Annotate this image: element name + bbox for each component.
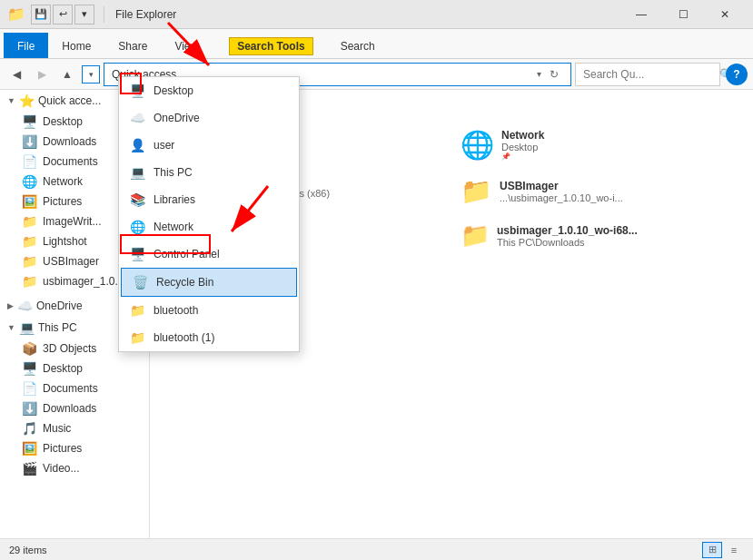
help-button[interactable]: ? [726, 64, 748, 85]
dropdown-item-onedrive[interactable]: ☁️ OneDrive [119, 104, 299, 132]
dropdown-item-user[interactable]: 👤 user [119, 132, 299, 159]
sidebar-item-pictures-pc[interactable]: 🖼️ Pictures [0, 438, 149, 458]
music-icon: 🎵 [22, 421, 37, 436]
pinned-usbimager-file-name: usbimager_1.0.10_wo-i68... [497, 224, 638, 237]
dropdown-item-recycle[interactable]: 🗑️ Recycle Bin [121, 268, 297, 297]
dropdown-controlpanel-label: Control Panel [154, 248, 220, 260]
dropdown-recycle-icon: 🗑️ [131, 273, 149, 291]
pictures-icon: 🖼️ [22, 194, 37, 209]
tab-file[interactable]: File [4, 33, 48, 58]
search-input[interactable] [583, 68, 719, 81]
sidebar-item-downloads-pc[interactable]: ⬇️ Downloads [0, 398, 149, 418]
dropdown-item-network[interactable]: 🌐 Network [119, 213, 299, 241]
chevron-icon: ▼ [7, 96, 15, 105]
thispc-icon: 💻 [19, 320, 35, 335]
dropdown-libraries-icon: 📚 [128, 191, 146, 209]
list-view-button[interactable]: ≡ [724, 542, 744, 558]
dropdown-bluetooth1-label: bluetooth (1) [154, 331, 214, 344]
dropdown-onedrive-label: OneDrive [154, 112, 200, 124]
view-toggle-buttons: ⊞ ≡ [702, 542, 744, 558]
tab-share[interactable]: Share [104, 33, 161, 58]
pinned-usbimager-name: USBImager [500, 180, 623, 192]
sidebar-label-downloads: Downloads [43, 135, 96, 148]
sidebar-label-downloads-pc: Downloads [43, 402, 96, 415]
pinned-network-name: Network [501, 129, 544, 142]
sidebar-label-pictures-pc: Pictures [43, 442, 82, 455]
address-dropdown-menu: 🖥️ Desktop ☁️ OneDrive 👤 user 💻 This PC … [118, 76, 300, 352]
desktop-pc-icon: 🖥️ [22, 361, 37, 376]
sidebar-label-videos: Video... [43, 462, 79, 475]
save-button[interactable]: 💾 [31, 5, 51, 25]
tab-view[interactable]: View [161, 33, 212, 58]
undo-button[interactable]: ↩ [53, 5, 73, 25]
pinned-network-icon: 🌐 [461, 129, 494, 161]
dropdown-bluetooth1-icon: 📁 [128, 329, 146, 347]
customize-toolbar-button[interactable]: ▾ [74, 5, 94, 25]
address-dropdown-trigger[interactable]: ▾ [82, 65, 100, 84]
item-count: 29 items [9, 545, 47, 555]
onedrive-label: OneDrive [36, 300, 83, 312]
address-expand-icon[interactable]: ▾ [537, 69, 541, 79]
maximize-button[interactable]: ☐ [662, 0, 704, 29]
dropdown-item-desktop[interactable]: 🖥️ Desktop [119, 77, 299, 104]
sidebar-label-lightshot: Lightshot [43, 235, 87, 248]
sidebar-label-desktop-pc: Desktop [43, 362, 83, 375]
dropdown-desktop-label: Desktop [154, 84, 193, 97]
pinned-usbimager-file-info: usbimager_1.0.10_wo-i68... This PC\Downl… [497, 224, 638, 248]
dropdown-item-bluetooth1[interactable]: 📁 bluetooth (1) [119, 324, 299, 351]
dropdown-bluetooth-label: bluetooth [154, 304, 198, 317]
downloads-icon: ⬇️ [22, 134, 37, 149]
status-bar: 29 items ⊞ ≡ [0, 538, 753, 560]
dropdown-libraries-label: Libraries [154, 193, 195, 206]
search-tools-label: Search Tools [229, 37, 312, 55]
pinned-item-network[interactable]: 🌐 Network Desktop 📌 [453, 123, 742, 166]
dropdown-user-label: user [154, 139, 174, 152]
dropdown-recycle-label: Recycle Bin [156, 276, 213, 289]
details-view-button[interactable]: ⊞ [702, 542, 722, 558]
dropdown-network-label: Network [154, 221, 193, 233]
pictures-pc-icon: 🖼️ [22, 441, 37, 456]
tab-search-tools[interactable]: Search Tools [215, 33, 326, 58]
dropdown-item-thispc[interactable]: 💻 This PC [119, 159, 299, 186]
onedrive-icon: ☁️ [17, 299, 33, 313]
downloads-pc-icon: ⬇️ [22, 401, 37, 416]
window-controls: — ☐ ✕ [620, 0, 746, 29]
dropdown-controlpanel-icon: 🖥️ [128, 245, 146, 263]
thispc-label: This PC [38, 321, 77, 334]
sidebar-label-pictures: Pictures [43, 195, 82, 208]
dropdown-item-controlpanel[interactable]: 🖥️ Control Panel [119, 241, 299, 268]
usbimager-file-icon: 📁 [22, 274, 37, 289]
sidebar-label-documents: Documents [43, 155, 98, 168]
ribbon: File Home Share View Search Tools Search [0, 29, 753, 59]
dropdown-bluetooth-icon: 📁 [128, 301, 146, 319]
network-sidebar-icon: 🌐 [22, 174, 37, 189]
pinned-item-usbimager[interactable]: 📁 USBImager ...\usbimager_1.0.10_wo-i... [453, 170, 742, 212]
pin-network-icon: 📌 [501, 152, 544, 161]
dropdown-item-bluetooth[interactable]: 📁 bluetooth [119, 297, 299, 324]
dropdown-user-icon: 👤 [128, 136, 146, 154]
pinned-item-usbimager-file[interactable]: 📁 usbimager_1.0.10_wo-i68... This PC\Dow… [453, 216, 742, 255]
refresh-button[interactable]: ↻ [545, 68, 563, 81]
quickaccess-label: Quick acce... [38, 94, 101, 107]
tab-home[interactable]: Home [48, 33, 104, 58]
pinned-usbimager-file-icon: 📁 [461, 221, 490, 250]
forward-button[interactable]: ▶ [31, 64, 53, 85]
back-button[interactable]: ◀ [5, 64, 27, 85]
dropdown-network-icon: 🌐 [128, 218, 146, 236]
up-button[interactable]: ▲ [56, 64, 78, 85]
sidebar-item-music[interactable]: 🎵 Music [0, 418, 149, 438]
sidebar-item-documents-pc[interactable]: 📄 Documents [0, 378, 149, 398]
sidebar-item-desktop-pc[interactable]: 🖥️ Desktop [0, 359, 149, 378]
dropdown-item-libraries[interactable]: 📚 Libraries [119, 186, 299, 213]
3dobjects-icon: 📦 [22, 341, 37, 356]
tab-search[interactable]: Search [327, 33, 389, 58]
sidebar-label-usbimager: USBImager [43, 255, 99, 268]
pinned-usbimager-icon: 📁 [461, 176, 492, 206]
usbimager-icon: 📁 [22, 254, 37, 269]
sidebar-label-music: Music [43, 422, 71, 435]
sidebar-item-videos[interactable]: 🎬 Video... [0, 458, 149, 478]
minimize-button[interactable]: — [620, 0, 662, 29]
separator [104, 6, 104, 23]
search-box[interactable]: 🔍 [575, 63, 720, 86]
close-button[interactable]: ✕ [704, 0, 746, 29]
